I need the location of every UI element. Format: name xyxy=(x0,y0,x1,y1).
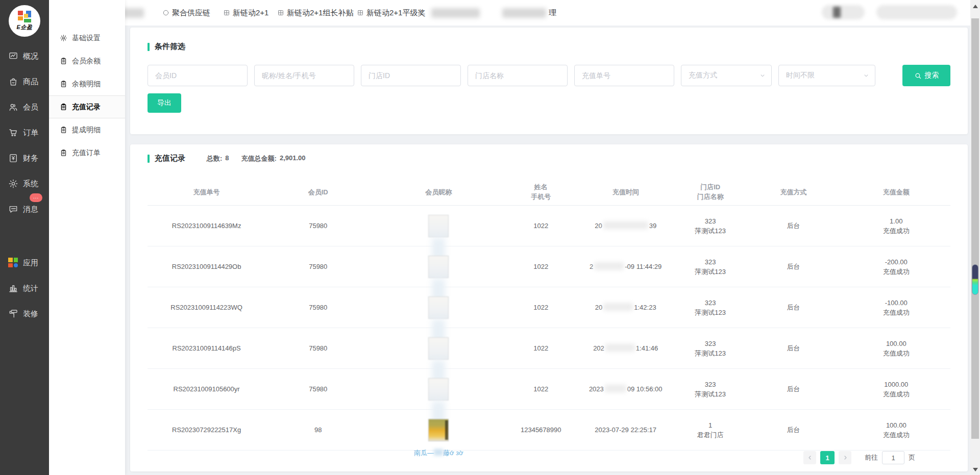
submenu-item-recharge-orders[interactable]: 充值订单 xyxy=(49,141,125,164)
topbar-tab-redacted[interactable] xyxy=(431,0,480,26)
order-no-cell: RS20231009114146pS xyxy=(148,343,265,353)
sidebar-item-deco[interactable]: 装修 xyxy=(0,301,49,327)
name-phone-cell: 1022 xyxy=(506,384,575,394)
total-count-value: 8 xyxy=(225,154,229,163)
sidebar-item-label: 装修 xyxy=(23,309,38,319)
member-id-input[interactable] xyxy=(148,65,248,86)
topbar-tab-redacted[interactable]: 理 xyxy=(502,0,556,26)
method-cell: 后台 xyxy=(745,262,842,271)
method-cell: 后台 xyxy=(745,425,842,435)
sidebar-item-overview[interactable]: 概况 xyxy=(0,43,49,69)
time-text: 09 10:56:00 xyxy=(627,385,663,393)
filter-section-title: 条件筛选 xyxy=(148,42,950,52)
page-unit-label: 页 xyxy=(909,453,915,462)
nickname-input[interactable] xyxy=(254,65,354,86)
table-body: RS20231009114639Mz7598010222039323萍测试123… xyxy=(148,206,950,451)
time-cell: 2039 xyxy=(575,221,676,231)
topbar-tab[interactable]: 新链动2+1 xyxy=(223,0,268,26)
scroll-up-icon[interactable] xyxy=(973,5,978,8)
overview-icon xyxy=(8,51,18,61)
store-cell: 323萍测试123 xyxy=(676,257,745,277)
time-text: 2 xyxy=(590,263,593,270)
sidebar-item-stats[interactable]: 统计 xyxy=(0,276,49,301)
member-id-cell: 75980 xyxy=(265,262,371,271)
scroll-down-icon[interactable] xyxy=(973,468,978,471)
submenu-item-balance-detail[interactable]: 余额明细 xyxy=(49,72,125,95)
search-button[interactable]: 搜索 xyxy=(902,65,950,86)
time-cell: 202309 10:56:00 xyxy=(575,384,676,394)
nickname-cell: 南瓜—藤ớ зờ xyxy=(371,419,506,441)
records-card: 充值记录 总数: 8 充值总金额: 2,901.00 充值单号会员ID会员昵称姓… xyxy=(130,144,968,471)
gear-icon xyxy=(60,34,67,42)
scrollbar-thumb[interactable] xyxy=(971,18,979,439)
sidebar-item-message[interactable]: 消息... xyxy=(0,196,49,222)
member-nickname-link[interactable]: 南瓜—藤ớ зờ xyxy=(371,448,506,458)
store-cell: 1君君门店 xyxy=(676,420,745,440)
store-id-input[interactable] xyxy=(361,65,461,86)
time-text: -09 11:44:29 xyxy=(625,263,662,270)
topbar-tab[interactable]: 新链动2+1组长补贴 xyxy=(277,0,353,26)
nickname-cell xyxy=(371,378,506,401)
store-cell: 323萍测试123 xyxy=(676,216,745,236)
total-count-label: 总数: xyxy=(207,154,222,163)
page-scrollbar[interactable] xyxy=(970,0,980,475)
store-name-input[interactable] xyxy=(468,65,568,86)
topbar-tab[interactable]: 聚合供应链 xyxy=(162,0,210,26)
chevron-down-icon xyxy=(759,72,766,79)
amount-cell: 100.00充值成功 xyxy=(842,420,950,440)
sidebar-item-system[interactable]: 系统 xyxy=(0,171,49,196)
recharge-no-input[interactable] xyxy=(574,65,674,86)
sidebar-item-goods[interactable]: 商品 xyxy=(0,69,49,94)
sidebar-item-apps[interactable]: 应用 xyxy=(0,250,49,276)
method-cell: 后台 xyxy=(745,221,842,231)
submenu-item-recharge-records[interactable]: 充值记录 xyxy=(49,95,125,118)
topbar-user-pill[interactable] xyxy=(822,5,865,19)
nickname-redacted xyxy=(434,449,443,456)
circle-icon xyxy=(162,9,169,16)
submenu-item-basic-settings[interactable]: 基础设置 xyxy=(49,27,125,49)
export-button[interactable]: 导出 xyxy=(148,93,181,113)
table-row: RS20231009114429Ob7598010222-09 11:44:29… xyxy=(148,246,950,287)
submenu-item-commission-detail[interactable]: 提成明细 xyxy=(49,118,125,141)
sidebar-item-finance[interactable]: 财务 xyxy=(0,145,49,171)
time-redacted xyxy=(605,344,635,352)
store-cell: 323萍测试123 xyxy=(676,380,745,399)
amount-cell: 1000.00充值成功 xyxy=(842,380,950,399)
column-header: 会员昵称 xyxy=(371,187,506,197)
topbar-tab[interactable]: 新链动2+1平级奖 xyxy=(357,0,425,26)
finance-icon xyxy=(8,153,18,163)
submenu-item-label: 充值订单 xyxy=(72,148,101,158)
green-bar-icon xyxy=(148,43,150,51)
user-avatar xyxy=(833,7,841,18)
filter-card: 条件筛选 充值方式时间不限 搜索 导出 xyxy=(130,28,968,134)
recharge-method-select[interactable]: 充值方式 xyxy=(681,65,772,86)
deco-icon xyxy=(8,309,18,319)
time-redacted xyxy=(603,303,633,311)
grid-icon xyxy=(277,9,284,16)
topbar-tab-label: 新链动2+1平级奖 xyxy=(366,8,425,18)
sidebar-item-order[interactable]: 订单 xyxy=(0,120,49,145)
time-cell: 2-09 11:44:29 xyxy=(575,262,676,271)
time-cell: 201:42:23 xyxy=(575,303,676,312)
chevron-left-icon xyxy=(807,455,813,461)
next-page-button[interactable] xyxy=(839,451,851,464)
submenu-item-member-balance[interactable]: 会员余额 xyxy=(49,49,125,72)
topbar-account-pill[interactable] xyxy=(876,5,957,19)
store-cell: 323萍测试123 xyxy=(676,298,745,317)
clipboard-icon xyxy=(60,57,67,65)
clipboard-icon xyxy=(60,149,67,157)
sidebar-item-member[interactable]: 会员 xyxy=(0,94,49,120)
logo-text: E企盈 xyxy=(17,23,33,31)
clipboard-icon xyxy=(60,103,67,111)
column-header: 姓名手机号 xyxy=(506,182,575,202)
time-text: 20 xyxy=(595,222,602,230)
prev-page-button[interactable] xyxy=(803,451,816,464)
goto-page-input[interactable] xyxy=(882,451,904,464)
table-row: RS20231009114223WQ759801022201:42:23323萍… xyxy=(148,287,950,328)
total-amount-value: 2,901.00 xyxy=(280,154,306,163)
column-header: 充值单号 xyxy=(148,187,265,197)
store-cell: 323萍测试123 xyxy=(676,339,745,358)
page-number-button[interactable]: 1 xyxy=(820,451,835,464)
time-range-select[interactable]: 时间不限 xyxy=(778,65,875,86)
search-icon xyxy=(914,72,922,80)
